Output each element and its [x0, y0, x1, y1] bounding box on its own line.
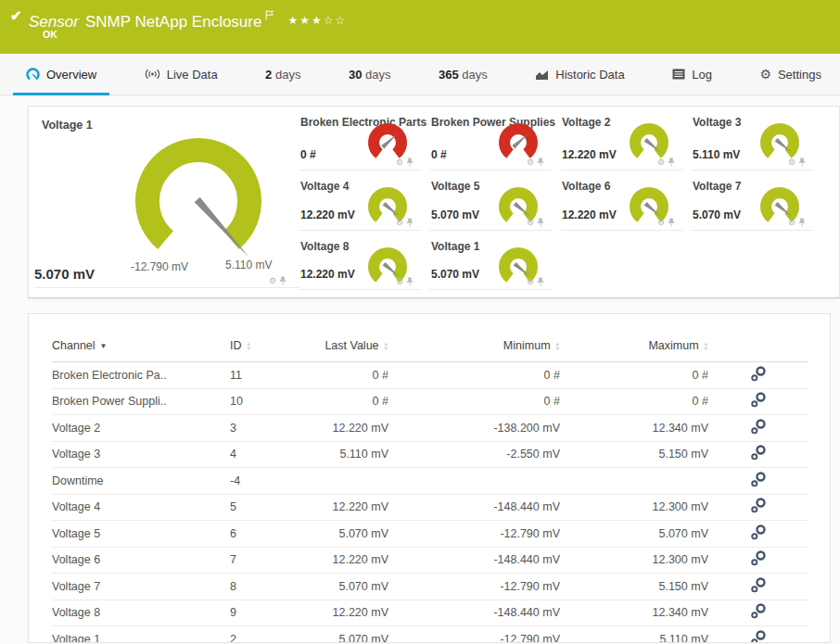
pin-icon[interactable]	[668, 218, 675, 227]
table-row-voltage-5[interactable]: Voltage 565.070 mV-12.790 mV5.070 mV	[52, 521, 808, 548]
star-rating[interactable]: ★★★☆☆	[287, 14, 347, 27]
column-header-channel[interactable]: Channel▼	[52, 331, 230, 362]
pin-icon[interactable]	[668, 158, 675, 167]
gear-icon[interactable]: ⚙	[527, 158, 534, 167]
cell-id: 8	[230, 574, 307, 600]
gauge-cell-voltage-8[interactable]: Voltage 812.220 mV⚙	[299, 231, 421, 290]
gauge-cell-voltage-4[interactable]: Voltage 412.220 mV⚙	[299, 170, 421, 231]
gauge-cell-voltage-5[interactable]: Voltage 55.070 mV⚙	[430, 170, 552, 231]
gauge-cell-voltage-1[interactable]: Voltage 15.070 mV⚙	[430, 231, 552, 290]
channel-settings-icon[interactable]	[750, 524, 768, 544]
column-header-last-value[interactable]: Last Value▲▼	[307, 331, 388, 362]
flag-icon[interactable]	[265, 6, 274, 24]
pin-icon[interactable]	[537, 218, 544, 227]
channel-settings-icon[interactable]	[750, 444, 768, 464]
pin-icon[interactable]	[537, 277, 544, 286]
pin-icon[interactable]	[406, 218, 414, 227]
gauge-value: 0 #	[431, 148, 447, 161]
tab-label: 365 days	[439, 68, 488, 82]
cell-last-value: 5.110 mV	[307, 441, 388, 468]
pin-icon[interactable]	[406, 158, 414, 167]
gear-icon[interactable]: ⚙	[788, 158, 795, 167]
check-icon: ✔	[10, 7, 22, 24]
tab-2-days[interactable]: 2 days	[252, 54, 313, 95]
channel-settings-icon[interactable]	[750, 497, 768, 517]
column-header-minimum[interactable]: Minimum▲▼	[388, 331, 560, 362]
table-header-row: Channel▼ID▲▼Last Value▲▼Minimum▲▼Maximum…	[52, 331, 808, 362]
tab-30-days[interactable]: 30 days	[336, 54, 404, 95]
channel-settings-icon[interactable]	[750, 391, 768, 411]
tab-overview[interactable]: Overview	[13, 54, 109, 95]
channel-settings-icon[interactable]	[750, 471, 768, 491]
pin-icon[interactable]	[279, 276, 286, 285]
cell-actions	[708, 600, 808, 626]
gauge-title: Voltage 8	[300, 240, 349, 253]
tab-log[interactable]: Log	[659, 54, 725, 95]
channel-settings-icon[interactable]	[750, 602, 768, 623]
tab-historic-data[interactable]: Historic Data	[522, 54, 637, 95]
gauge-value: 5.110 mV	[693, 148, 740, 161]
cell-minimum: -2.550 mV	[388, 441, 560, 468]
tab-settings[interactable]: ⚙Settings	[746, 54, 834, 95]
pin-icon[interactable]	[537, 158, 544, 167]
cell-minimum: -148.440 mV	[388, 494, 560, 521]
cell-maximum: 5.150 mV	[560, 441, 708, 468]
table-row-voltage-8[interactable]: Voltage 8912.220 mV-148.440 mV12.340 mV	[52, 600, 808, 626]
table-row-voltage-3[interactable]: Voltage 345.110 mV-2.550 mV5.150 mV	[52, 441, 808, 468]
gauge-cell-voltage-2[interactable]: Voltage 212.220 mV⚙	[561, 107, 682, 170]
channel-settings-icon[interactable]	[750, 418, 768, 438]
pin-icon[interactable]	[798, 218, 806, 227]
cell-minimum: -148.440 mV	[388, 600, 560, 626]
table-row-voltage-7[interactable]: Voltage 785.070 mV-12.790 mV5.150 mV	[52, 574, 808, 600]
column-header-id[interactable]: ID▲▼	[230, 331, 307, 362]
table-row-broken-power-suppli[interactable]: Broken Power Suppli..100 #0 #0 #	[52, 388, 808, 415]
table-row-broken-electronic-pa[interactable]: Broken Electronic Pa..110 #0 #0 #	[52, 362, 808, 389]
column-header-maximum[interactable]: Maximum▲▼	[560, 331, 708, 362]
channels-table: Channel▼ID▲▼Last Value▲▼Minimum▲▼Maximum…	[52, 331, 808, 643]
gauge-cell-voltage-3[interactable]: Voltage 35.110 mV⚙	[692, 107, 813, 170]
cell-last-value: 12.220 mV	[307, 494, 388, 521]
gauge-cell-voltage-7[interactable]: Voltage 75.070 mV⚙	[692, 170, 813, 231]
gauge-cell-voltage-6[interactable]: Voltage 612.220 mV⚙	[561, 170, 682, 231]
table-row-voltage-6[interactable]: Voltage 6712.220 mV-148.440 mV12.300 mV	[52, 547, 808, 574]
sensor-title: SNMP NetApp Enclosure	[85, 13, 262, 31]
channel-settings-icon[interactable]	[750, 549, 768, 570]
pin-icon[interactable]	[406, 277, 414, 286]
gauge-value: 5.070 mV	[431, 208, 479, 221]
table-row-voltage-1[interactable]: Voltage 125.070 mV-12.790 mV5.110 mV	[52, 626, 808, 644]
gear-icon[interactable]: ⚙	[657, 218, 665, 227]
pin-icon[interactable]	[798, 158, 806, 167]
tab-live-data[interactable]: Live Data	[132, 54, 231, 95]
gear-icon[interactable]: ⚙	[396, 218, 403, 227]
gear-icon[interactable]: ⚙	[396, 277, 403, 286]
primary-gauge-cell[interactable]: Voltage 1 -12.790 mV 5.110 mV 5.070 mV ⚙	[29, 107, 299, 297]
gauge-value: 5.070 mV	[431, 268, 479, 281]
table-row-downtime[interactable]: Downtime-4	[52, 468, 808, 495]
cell-id: 9	[230, 600, 307, 626]
gear-icon[interactable]: ⚙	[788, 218, 795, 227]
tab-365-days[interactable]: 365 days	[426, 54, 501, 95]
tab-label: Historic Data	[555, 68, 624, 82]
gauge-cell-broken-power-supplies[interactable]: Broken Power Supplies0 #⚙	[430, 107, 552, 170]
gauge-action-icons: ⚙	[527, 277, 544, 286]
gear-icon[interactable]: ⚙	[527, 218, 534, 227]
cell-last-value: 5.070 mV	[307, 626, 388, 644]
historic-data-icon	[535, 69, 549, 81]
gear-icon[interactable]: ⚙	[527, 277, 534, 286]
cell-id: 10	[230, 388, 307, 415]
channel-settings-icon[interactable]	[750, 365, 768, 385]
cell-actions	[708, 626, 808, 644]
cell-channel: Voltage 6	[52, 547, 230, 574]
gauge-value: 12.220 mV	[300, 208, 355, 221]
channel-settings-icon[interactable]	[750, 629, 768, 643]
gear-icon[interactable]: ⚙	[396, 158, 403, 167]
gear-icon[interactable]: ⚙	[657, 158, 665, 167]
table-row-voltage-2[interactable]: Voltage 2312.220 mV-138.200 mV12.340 mV	[52, 415, 808, 442]
cell-maximum: 12.300 mV	[560, 547, 708, 574]
channel-settings-icon[interactable]	[750, 576, 768, 597]
gear-icon[interactable]: ⚙	[269, 276, 276, 285]
cell-maximum: 5.150 mV	[560, 574, 708, 600]
gauge-cell-broken-electronic-parts[interactable]: Broken Electronic Parts0 #⚙	[299, 107, 421, 170]
tab-label: 30 days	[349, 68, 391, 82]
table-row-voltage-4[interactable]: Voltage 4512.220 mV-148.440 mV12.300 mV	[52, 494, 808, 521]
